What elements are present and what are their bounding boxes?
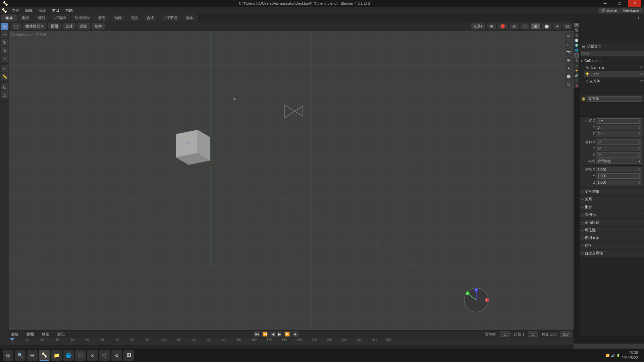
taskbar-task-view[interactable]: ⊟	[27, 350, 38, 361]
tool-add-cone[interactable]: △	[1, 91, 8, 99]
header-add[interactable]: 添加	[77, 23, 90, 29]
tool-transform[interactable]: ⌖	[1, 55, 8, 62]
vp-camera-icon[interactable]: 📷	[565, 48, 572, 56]
tab-layout[interactable]: 布局	[1, 14, 17, 21]
prop-tab-scene[interactable]: 🎬	[574, 23, 579, 27]
object-name-input[interactable]	[587, 96, 642, 102]
shading-rendered[interactable]: ●	[553, 23, 561, 29]
outliner-item-light[interactable]: 💡 Light 👁 ⚙	[584, 71, 644, 77]
timeline-ruler[interactable]: 0 1 10 20 30 40 50 60 70 80 90 100 110 1…	[0, 338, 574, 345]
pivot-selector[interactable]: 全局▾	[471, 23, 485, 29]
tab-texture-paint[interactable]: 纹理绘制	[71, 14, 94, 21]
tool-move[interactable]: ↔	[1, 31, 8, 38]
tool-scale[interactable]: ⤡	[1, 47, 8, 54]
outliner-item-camera[interactable]: 📷 Camera 👁 ⚙	[584, 64, 644, 71]
add-workspace-button[interactable]: +	[635, 14, 643, 21]
tab-shading[interactable]: 着色	[94, 14, 110, 21]
xray-toggle[interactable]: ⬚	[521, 23, 529, 29]
tab-uv[interactable]: UV编辑	[50, 14, 70, 21]
editor-type-selector[interactable]: ⬚	[11, 23, 21, 29]
rotation-z-field[interactable]: 0°⟨⟩	[596, 152, 642, 158]
prop-tab-particles[interactable]: ✧	[574, 63, 579, 68]
rotation-y-field[interactable]: 0°⟨⟩	[596, 146, 642, 151]
menu-file[interactable]: 文件	[9, 7, 22, 14]
cube-object[interactable]	[180, 135, 206, 160]
prop-tab-data[interactable]: ▽	[574, 78, 579, 83]
custom-props-header[interactable]: ▸ 自定义属性	[580, 250, 644, 257]
start-button[interactable]: ⊞	[3, 350, 13, 361]
outliner-item-collection[interactable]: ▸ Collection 👁	[580, 57, 644, 64]
3d-viewport[interactable]: X Y Z ⊞ ⬚ 📷 ◉ ● ⬤ ◻ (1) Collection | 立方体	[9, 31, 574, 344]
taskbar-mail[interactable]: ✉	[87, 350, 98, 361]
tab-animation[interactable]: 动画	[110, 14, 126, 21]
end-frame-input[interactable]	[560, 331, 572, 337]
timeline-marker-label[interactable]: 标记	[55, 331, 67, 338]
jump-start-button[interactable]: ⏮	[254, 331, 260, 337]
menu-window[interactable]: 窗口	[49, 7, 62, 14]
location-y-field[interactable]: 0 m⟨⟩	[596, 125, 642, 130]
next-frame-button[interactable]: ⏩	[283, 331, 291, 337]
collections-header[interactable]: ▸ 集合	[580, 203, 644, 210]
timeline-framerate-label[interactable]: 帧频	[39, 331, 52, 338]
prop-tab-view-layer[interactable]: 📑	[574, 38, 579, 43]
close-button[interactable]: ✕	[628, 0, 641, 7]
rotation-mode-selector[interactable]: XYZ欧拉▾	[596, 159, 642, 164]
vp-rendered-icon[interactable]: ●	[565, 64, 572, 72]
visibility-header[interactable]: ▸ 可见性	[580, 227, 644, 234]
scale-x-field[interactable]: 1.000⟨⟩	[596, 167, 642, 172]
prop-tab-modifier[interactable]: 🔧	[574, 58, 579, 63]
tool-annotate[interactable]: ✏	[1, 65, 8, 72]
mode-selector[interactable]: 物体模式 ▾	[23, 23, 46, 29]
current-frame-input[interactable]	[500, 331, 510, 337]
tab-geometry-nodes[interactable]: 几何节点	[159, 14, 181, 21]
viewlayer-selector[interactable]: ViewLayer	[620, 8, 643, 13]
location-z-field[interactable]: 0 m⟨⟩	[596, 131, 642, 136]
menu-edit[interactable]: 编辑	[22, 7, 35, 14]
navigation-gizmo[interactable]: X Y Z	[463, 287, 486, 310]
extra-transform-header[interactable]: ▸ 变换增量	[580, 188, 644, 195]
header-object[interactable]: 物体	[92, 23, 105, 29]
prop-tab-world[interactable]: 🌐	[574, 48, 579, 53]
shading-section-header[interactable]: ▸ 转换	[580, 242, 644, 249]
tab-scripting[interactable]: 脚本	[182, 14, 198, 21]
tab-sculpt[interactable]: 雕刻	[34, 14, 49, 21]
jump-end-button[interactable]: ⏭	[292, 331, 299, 337]
taskbar-photos[interactable]: 🖼	[123, 350, 134, 361]
location-x-field[interactable]: 0 m⟨⟩	[596, 118, 642, 124]
outliner-item-cube[interactable]: ◻ 立方体 👁 ⚙	[584, 77, 644, 84]
tab-render[interactable]: 渲染	[126, 14, 142, 21]
tool-cursor[interactable]: ✛	[1, 23, 8, 30]
tray-battery[interactable]: 🔋	[616, 354, 620, 357]
prop-tab-material[interactable]: ⬟	[574, 83, 579, 88]
taskbar-store[interactable]: 🛒	[99, 350, 110, 361]
clock[interactable]: 15:38 2024/8/22	[622, 350, 638, 361]
taskbar-terminal[interactable]: ⬛	[75, 350, 86, 361]
play-button[interactable]: ▶	[277, 331, 282, 337]
taskbar-explorer[interactable]: 📁	[51, 350, 62, 361]
shading-wireframe[interactable]: ◻	[563, 23, 572, 29]
prop-tab-scene2[interactable]: 🌍	[574, 43, 579, 48]
maximize-button[interactable]: □	[613, 0, 627, 7]
motion-paths-header[interactable]: ▸ 运动路径	[580, 219, 644, 226]
tray-audio[interactable]: 🔊	[611, 354, 615, 357]
vp-xray-icon[interactable]: ⬚	[565, 40, 572, 48]
tray-network[interactable]: 📶	[605, 354, 609, 357]
instancing-header[interactable]: ▸ 实例化	[580, 211, 644, 218]
menu-render[interactable]: 渲染	[36, 7, 49, 14]
camera-object[interactable]	[284, 105, 305, 120]
header-select[interactable]: 选择	[63, 23, 75, 29]
timeline-view-label[interactable]: 视图	[24, 331, 37, 338]
outliner-search-input[interactable]	[581, 51, 644, 56]
header-view[interactable]: 视图	[48, 23, 61, 29]
minimize-button[interactable]: ─	[598, 0, 612, 7]
tool-measure[interactable]: 📏	[1, 73, 8, 80]
prop-tab-physics[interactable]: ⚡	[574, 68, 579, 73]
vp-wireframe-icon[interactable]: ◻	[565, 80, 572, 88]
taskbar-search[interactable]: 🔍	[15, 350, 25, 361]
rotation-x-field[interactable]: 0°⟨⟩	[596, 139, 642, 145]
prop-tab-output[interactable]: 🖨	[574, 33, 579, 38]
tool-add-cube[interactable]: ◻	[1, 83, 8, 90]
menu-help[interactable]: 帮助	[63, 7, 75, 14]
viewport-display-header[interactable]: ▸ 视图显示	[580, 234, 644, 241]
scale-y-field[interactable]: 1.000⟨⟩	[596, 173, 642, 179]
